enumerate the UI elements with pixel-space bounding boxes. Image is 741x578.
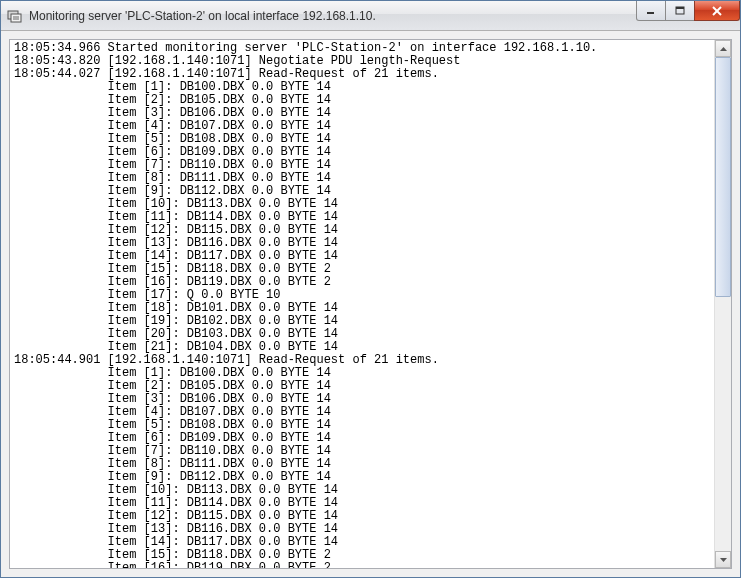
svg-marker-9 <box>720 47 727 51</box>
vertical-scrollbar[interactable] <box>714 40 731 568</box>
minimize-button[interactable] <box>636 1 666 21</box>
app-icon <box>7 8 23 24</box>
app-window: Monitoring server 'PLC-Station-2' on loc… <box>0 0 741 578</box>
svg-marker-10 <box>720 558 727 562</box>
client-area: 18:05:34.966 Started monitoring server '… <box>1 31 740 577</box>
titlebar[interactable]: Monitoring server 'PLC-Station-2' on loc… <box>1 1 740 31</box>
window-buttons <box>637 1 740 30</box>
scroll-thumb[interactable] <box>715 57 731 297</box>
svg-rect-1 <box>11 14 21 22</box>
scroll-down-button[interactable] <box>715 551 731 568</box>
log-textbox[interactable]: 18:05:34.966 Started monitoring server '… <box>9 39 732 569</box>
window-title: Monitoring server 'PLC-Station-2' on loc… <box>29 9 637 23</box>
close-button[interactable] <box>694 1 740 21</box>
scroll-up-button[interactable] <box>715 40 731 57</box>
log-content[interactable]: 18:05:34.966 Started monitoring server '… <box>10 40 714 568</box>
maximize-button[interactable] <box>665 1 695 21</box>
scroll-track[interactable] <box>715 57 731 551</box>
